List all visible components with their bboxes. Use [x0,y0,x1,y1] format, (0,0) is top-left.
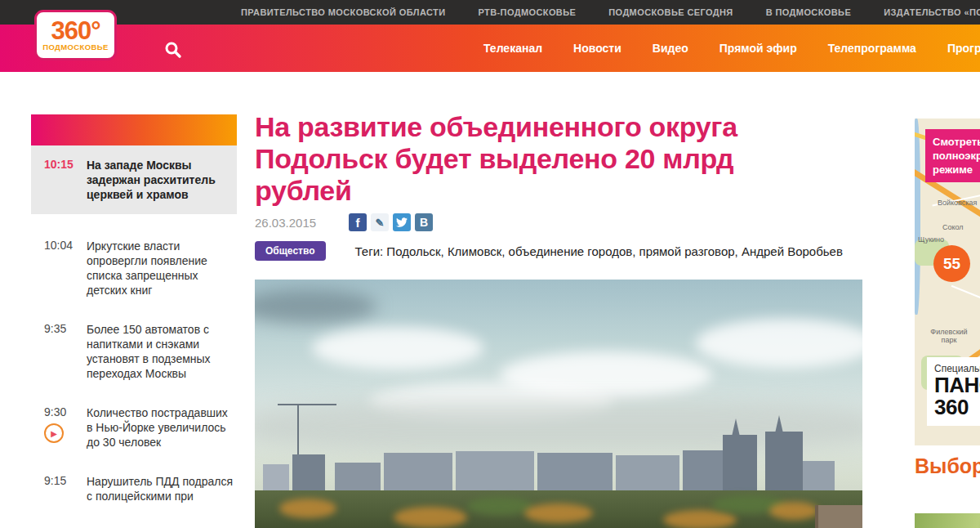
map-label-sokol: Сокол [942,223,964,231]
topbar-link-today[interactable]: ПОДМОСКОВЬЕ СЕГОДНЯ [608,7,733,17]
feed-gradient-bar [31,114,237,145]
feed-item-time: 9:15 [44,474,87,503]
article-meta: 26.03.2015 f ✎ B [255,213,862,232]
nav-live[interactable]: Прямой эфир [719,42,797,55]
article-title: На развитие объединенного округа Подольс… [255,111,835,207]
panoramas-360-promo[interactable]: Специальный ПАНОРАМЫ 360 [927,357,980,426]
topbar-link-publisher[interactable]: ИЗДАТЕЛЬСТВО «ПОДМОСКОВЬЕ» [884,7,980,17]
category-badge[interactable]: Общество [255,241,326,261]
feed-item[interactable]: 10:04 Иркутские власти опровергли появле… [31,239,237,298]
autumn-trees [769,502,818,520]
article-photo [255,280,862,528]
feed-item-time: 9:35 [44,322,87,381]
tags-list[interactable]: Подольск, Климовск, объединение городов,… [386,244,843,258]
twitter-bird-icon [396,217,408,228]
livejournal-pencil-icon: ✎ [376,217,385,229]
tower-spire [732,418,740,436]
feed-item-text: Нарушитель ПДД подрался с полицейскими п… [87,474,234,503]
autumn-trees [663,510,737,528]
feed-item-text: Более 150 автоматов с напитками и снэкам… [87,322,234,381]
cloud [312,327,483,369]
vkontakte-share-button[interactable]: B [415,213,433,231]
topbar-link-government[interactable]: ПРАВИТЕЛЬСТВО МОСКОВСКОЙ ОБЛАСТИ [241,7,445,17]
autumn-trees [524,503,593,523]
editors-choice-thumbnail[interactable] [915,513,980,528]
traffic-map-widget[interactable]: Войковская Сокол Щукино Филевский парк 5… [915,119,980,445]
nav-novosti[interactable]: Новости [573,42,621,55]
logo-360-podmoskovie[interactable]: 360° ПОДМОСКОВЬЕ [34,10,117,60]
feed-item-time: 10:04 [44,239,87,298]
feed-item[interactable]: 9:15 Нарушитель ПДД подрался с полицейск… [31,474,237,503]
foreground-building [815,505,862,528]
traffic-count-badge[interactable]: 55 [933,245,970,282]
construction-crane [278,404,336,405]
feed-item[interactable]: 9:30 ▶ Количество пострадавших в Нью-Йор… [31,405,237,450]
vkontakte-icon: B [420,216,428,229]
feed-item-text: Количество пострадавших в Нью-Йорке увел… [87,405,234,450]
play-icon[interactable]: ▶ [44,423,64,443]
tags-label: Теги: [355,244,384,258]
nav-tv-guide[interactable]: Телепрограмма [828,42,916,55]
feed-item[interactable]: 9:35 Более 150 автоматов с напитками и с… [31,322,237,381]
map-label-schukino: Щукино [918,235,944,244]
autumn-trees [394,507,467,528]
nav-video[interactable]: Видео [653,42,688,55]
map-label-filevsky-park: Филевский парк [928,328,970,344]
news-feed: 10:15 На западе Москвы задержан расхитит… [31,114,237,503]
green-trees [467,497,532,515]
topbar-link-in-podmoskovie[interactable]: В ПОДМОСКОВЬЕ [766,7,851,17]
promo-line-panoramas: ПАНОРАМЫ [934,374,980,396]
map-street [951,285,980,329]
twitter-share-button[interactable] [393,213,411,231]
map-label-voykovskaya: Войковская [938,199,977,207]
article: На развитие объединенного округа Подольс… [255,111,862,528]
category-tags-row: Общество Теги: Подольск, Климовск, объед… [255,241,862,261]
search-button[interactable] [163,40,183,60]
top-links-bar: ПРАВИТЕЛЬСТВО МОСКОВСКОЙ ОБЛАСТИ РТВ-ПОД… [0,0,980,25]
topbar-link-rtv[interactable]: РТВ-ПОДМОСКОВЬЕ [478,7,576,17]
promo-line-360: 360 [934,396,980,418]
logo-number: 360° [51,19,100,43]
nav-programs[interactable]: Программы [947,42,980,55]
logo-caption: ПОДМОСКОВЬЕ [42,43,109,51]
fullscreen-map-button[interactable]: Смотреть в полноэкранном режиме [925,129,980,182]
search-icon [163,40,183,60]
facebook-icon: f [356,216,360,230]
page: ПРАВИТЕЛЬСТВО МОСКОВСКОЙ ОБЛАСТИ РТВ-ПОД… [0,0,980,528]
share-buttons: f ✎ B [349,213,433,231]
main-nav: Телеканал Новости Видео Прямой эфир Теле… [483,25,980,72]
tower-spire [775,415,783,433]
article-date: 26.03.2015 [255,216,342,230]
feed-item-text: Иркутские власти опровергли появление сп… [87,239,234,298]
article-tags[interactable]: Теги: Подольск, Климовск, объединение го… [355,244,843,258]
facebook-share-button[interactable]: f [349,213,367,231]
feed-item-time: 9:30 [44,405,87,418]
livejournal-share-button[interactable]: ✎ [371,213,389,231]
feed-item[interactable]: 10:15 На западе Москвы задержан расхитит… [31,145,237,214]
construction-crane [297,404,299,454]
cloud [696,319,862,368]
nav-telekanal[interactable]: Телеканал [483,42,542,55]
site-header: Телеканал Новости Видео Прямой эфир Теле… [0,25,980,72]
editors-choice-heading: Выбор редакции [915,454,980,478]
feed-item-time-wrap: 9:30 ▶ [44,405,87,450]
autumn-trees [279,499,336,518]
feed-item-time: 10:15 [44,158,87,202]
feed-item-text: На западе Москвы задержан расхититель це… [87,158,234,202]
map-river [915,119,920,315]
